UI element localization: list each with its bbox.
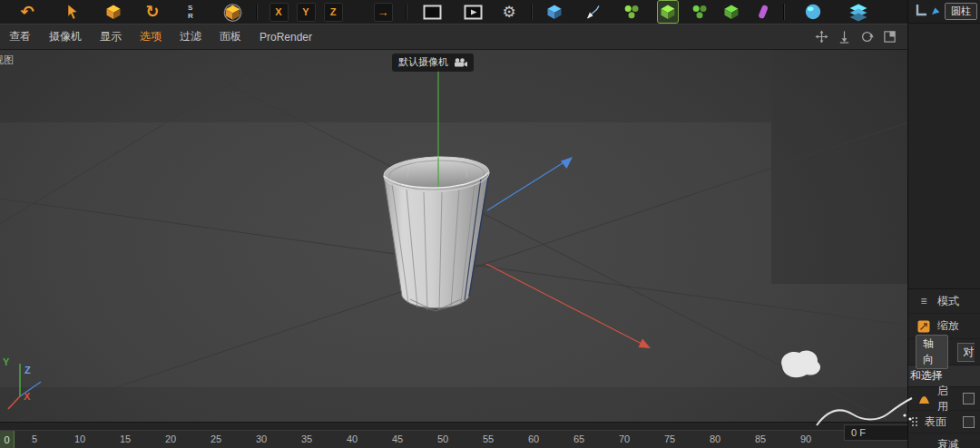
viewport-view-label: 视图 (0, 54, 14, 67)
camera-label[interactable]: 默认摄像机 (392, 54, 474, 72)
timeline-tick-15: 15 (113, 433, 137, 444)
object-button-cylinder[interactable]: 圆柱 (945, 3, 977, 20)
render-picture-viewer-icon[interactable] (463, 1, 483, 23)
viewport-canvas[interactable]: Y Z X (0, 50, 907, 422)
option-falloff-row: 衰减 (908, 433, 980, 448)
world-axes (486, 157, 651, 348)
generator-icon[interactable] (658, 1, 678, 23)
current-frame-marker[interactable]: 0 (0, 431, 15, 448)
separator-4 (783, 4, 785, 20)
tab-partial[interactable]: 对 (957, 343, 975, 362)
menu-item-camera[interactable]: 摄像机 (40, 29, 91, 44)
timeline-tick-80: 80 (703, 433, 727, 444)
render-settings-icon[interactable]: ⚙ (499, 1, 519, 23)
menu-item-display[interactable]: 显示 (91, 29, 131, 44)
timeline-tick-45: 45 (386, 433, 409, 444)
menu-item-filter[interactable]: 过滤 (171, 29, 211, 44)
timeline-tick-85: 85 (749, 433, 772, 444)
corner-ruler-icon[interactable] (915, 4, 927, 19)
spline-pen-icon[interactable] (583, 1, 603, 23)
surface-checkbox[interactable] (963, 416, 975, 428)
menu-item-view[interactable]: 查看 (0, 29, 40, 44)
workplane-icon[interactable]: → (373, 1, 393, 23)
menu-item-options[interactable]: 选项 (131, 29, 171, 44)
timeline-tick-5: 5 (23, 433, 46, 444)
surface-label: 表面 (925, 414, 946, 430)
toggle-view-icon[interactable] (882, 30, 897, 44)
timeline-tick-20: 20 (159, 433, 182, 444)
cloner-icon[interactable] (690, 1, 710, 23)
timeline-tick-65: 65 (567, 433, 591, 444)
option-surface-row: 表面 (908, 411, 980, 433)
grid-dots-icon (912, 417, 919, 426)
instance-icon[interactable] (721, 1, 741, 23)
attribute-panel: 圆柱 ≡ 模式 缩放 轴向 对 和选择 启用 (907, 0, 980, 448)
enable-checkbox[interactable] (963, 393, 975, 404)
recent-tools-widget[interactable]: SR (181, 1, 201, 23)
menu-item-prorender[interactable]: ProRender (250, 31, 321, 44)
view-navigation-controls (814, 30, 907, 44)
separator-2 (406, 4, 407, 20)
move-tool-icon[interactable] (103, 1, 123, 23)
tool-name-label: 缩放 (937, 318, 959, 334)
undo-icon[interactable]: ↶ (17, 1, 37, 23)
annotation-blob (781, 351, 820, 378)
timeline-tick-25: 25 (204, 433, 228, 444)
timeline-tick-55: 55 (476, 433, 500, 444)
falloff-icon (916, 393, 932, 404)
dolly-view-icon[interactable] (837, 30, 851, 44)
enable-label: 启用 (937, 384, 957, 414)
timeline: 0 051015202530354045505560657075808590 0… (0, 422, 907, 448)
scale-tool-icon (916, 320, 932, 333)
attribute-panel-header: 圆柱 (908, 0, 980, 24)
gizmo-x-label: X (24, 391, 31, 402)
option-enable-row: 启用 (908, 387, 980, 411)
frame-number-field[interactable]: 0 F (844, 424, 908, 441)
subdivision-surface-icon[interactable] (622, 1, 642, 23)
timeline-tick-70: 70 (612, 433, 636, 444)
sky-icon[interactable] (803, 1, 823, 23)
separator-3 (531, 4, 533, 20)
timeline-tick-50: 50 (431, 433, 455, 444)
separator-1 (256, 4, 258, 20)
selection-tool-icon[interactable] (63, 1, 83, 23)
pointer-icon[interactable] (931, 5, 941, 18)
timeline-ruler[interactable]: 0 051015202530354045505560657075808590 (0, 430, 907, 448)
tab-row: 轴向 对 (908, 339, 980, 365)
timeline-tick-90: 90 (794, 433, 818, 444)
floor-icon[interactable] (848, 1, 868, 23)
orbit-view-icon[interactable] (859, 30, 874, 44)
render-view-icon[interactable] (422, 1, 442, 23)
primitive-cube-icon[interactable] (544, 1, 564, 23)
timeline-tick-40: 40 (340, 433, 364, 444)
menu-icon: ≡ (916, 295, 932, 307)
bend-deformer-icon[interactable] (753, 1, 773, 23)
gizmo-z-label: Z (24, 365, 31, 375)
timeline-tick-60: 60 (522, 433, 545, 444)
pan-view-icon[interactable] (814, 30, 828, 44)
camera-icon (454, 58, 467, 67)
timeline-tick-0: 0 (0, 433, 1, 444)
x-axis-lock-icon[interactable]: X (269, 1, 289, 23)
timeline-tick-10: 10 (68, 433, 92, 444)
tab-axis[interactable]: 轴向 (916, 335, 948, 369)
viewport[interactable]: Y Z X 视图 默认摄像机 (0, 50, 907, 422)
z-axis-arrow (561, 157, 573, 169)
rotate-tool-icon[interactable]: ↻ (142, 1, 162, 23)
z-axis-lock-icon[interactable]: Z (323, 1, 343, 23)
viewport-menubar: 查看 摄像机 显示 选项 过滤 面板 ProRender (0, 24, 907, 50)
cinema4d-window: ↶↻SRXYZ→⚙ 查看 摄像机 显示 选项 过滤 面板 ProRender (0, 0, 980, 448)
timeline-tick-35: 35 (295, 433, 318, 444)
falloff-label: 衰减 (937, 437, 959, 448)
x-axis-arrow (639, 339, 652, 349)
menu-item-panel[interactable]: 面板 (211, 29, 250, 44)
main-toolbar: ↶↻SRXYZ→⚙ (0, 0, 907, 24)
viewport-menus: 查看 摄像机 显示 选项 过滤 面板 ProRender (0, 29, 321, 44)
mode-label: 模式 (937, 294, 959, 309)
camera-label-text: 默认摄像机 (398, 55, 448, 69)
attribute-panel-empty-area (908, 24, 980, 289)
timeline-tick-75: 75 (658, 433, 681, 444)
coordinate-system-icon[interactable] (222, 1, 242, 23)
y-axis-lock-icon[interactable]: Y (296, 1, 316, 23)
mode-menu[interactable]: ≡ 模式 (908, 289, 980, 314)
